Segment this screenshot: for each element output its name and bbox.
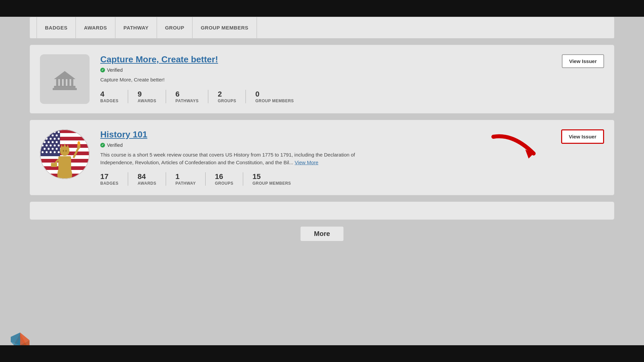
more-section: More xyxy=(30,220,614,248)
issuer-info-history: History 101 Verified This course is a sh… xyxy=(100,129,604,186)
verified-dot-history xyxy=(100,143,105,147)
stat-groups: 2 GROUPS xyxy=(208,90,246,103)
svg-point-39 xyxy=(58,144,60,146)
tab-badges[interactable]: BADGES xyxy=(37,17,76,38)
issuer-logo-history xyxy=(40,129,90,179)
view-more-link[interactable]: View More xyxy=(295,160,319,165)
stat-history-pathway: 1 PATHWAY xyxy=(166,172,206,186)
svg-point-42 xyxy=(52,148,54,150)
verified-dot xyxy=(100,68,105,72)
view-issuer-button-history[interactable]: View Issuer xyxy=(561,129,604,144)
svg-point-34 xyxy=(56,141,58,143)
svg-point-41 xyxy=(48,148,50,150)
svg-rect-50 xyxy=(58,156,71,179)
top-bar xyxy=(0,0,644,17)
stat-history-groups: 16 GROUPS xyxy=(206,172,243,186)
issuer-name-history[interactable]: History 101 xyxy=(100,129,604,140)
svg-rect-5 xyxy=(64,79,66,86)
svg-point-44 xyxy=(42,151,44,153)
svg-marker-2 xyxy=(54,71,75,79)
svg-point-19 xyxy=(50,131,52,133)
issuer-logo-capture xyxy=(40,54,90,104)
svg-point-29 xyxy=(54,138,56,140)
tab-awards[interactable]: AWARDS xyxy=(76,17,115,38)
tab-group-members[interactable]: GROUP MEMBERS xyxy=(193,17,257,38)
svg-point-33 xyxy=(52,141,54,143)
svg-rect-1 xyxy=(53,88,77,90)
svg-point-28 xyxy=(50,138,52,140)
tab-group[interactable]: GROUP xyxy=(157,17,193,38)
svg-point-46 xyxy=(50,151,52,153)
issuer-description-capture: Capture More, Create better! xyxy=(100,76,389,84)
svg-marker-69 xyxy=(11,333,20,345)
stats-row-history: 17 BADGES 84 AWARDS 1 PATHWAY 16 GROUPS … xyxy=(100,172,604,186)
tab-navigation: BADGES AWARDS PATHWAY GROUP GROUP MEMBER… xyxy=(30,17,614,39)
svg-point-37 xyxy=(50,144,52,146)
svg-point-36 xyxy=(46,144,48,146)
svg-point-30 xyxy=(58,138,60,140)
svg-point-43 xyxy=(56,148,58,150)
stats-row-capture: 4 BADGES 9 AWARDS 6 PATHWAYS 2 GROUPS 0 xyxy=(100,90,604,103)
svg-rect-0 xyxy=(54,86,75,88)
history-logo-svg xyxy=(40,129,90,179)
issuer-card-capture: Capture More, Create better! Verified Ca… xyxy=(30,45,614,114)
stat-history-badges: 17 BADGES xyxy=(100,172,128,186)
view-issuer-button-capture[interactable]: View Issuer xyxy=(562,54,604,68)
svg-point-18 xyxy=(46,131,48,133)
issuer-name-capture[interactable]: Capture More, Create better! xyxy=(100,54,604,65)
svg-rect-4 xyxy=(60,79,62,86)
svg-point-58 xyxy=(63,150,64,152)
svg-point-21 xyxy=(58,131,60,133)
issuer-description-history: This course is a short 5 week review cou… xyxy=(100,151,389,166)
svg-rect-10 xyxy=(40,133,90,137)
stat-pathways: 6 PATHWAYS xyxy=(166,90,208,103)
svg-rect-3 xyxy=(56,79,58,86)
svg-point-26 xyxy=(42,138,44,140)
tab-pathway[interactable]: PATHWAY xyxy=(115,17,157,38)
svg-point-59 xyxy=(65,150,67,152)
svg-point-22 xyxy=(44,134,46,136)
bottom-bar xyxy=(0,345,644,362)
svg-point-17 xyxy=(42,131,44,133)
svg-rect-55 xyxy=(51,163,57,167)
stat-history-awards: 84 AWARDS xyxy=(128,172,166,186)
svg-point-45 xyxy=(46,151,48,153)
svg-point-53 xyxy=(77,141,80,146)
issuer-info-capture: Capture More, Create better! Verified Ca… xyxy=(100,54,604,103)
svg-rect-7 xyxy=(71,79,73,86)
svg-point-32 xyxy=(48,141,50,143)
svg-point-25 xyxy=(56,134,58,136)
svg-point-47 xyxy=(54,151,56,153)
stat-badges: 4 BADGES xyxy=(100,90,128,103)
verified-badge-history: Verified xyxy=(100,142,604,148)
svg-point-48 xyxy=(58,151,60,153)
svg-point-38 xyxy=(54,144,56,146)
more-button[interactable]: More xyxy=(301,227,343,241)
stat-history-group-members: 15 GROUP MEMBERS xyxy=(243,172,301,186)
issuer-card-history: History 101 Verified This course is a sh… xyxy=(30,120,614,195)
svg-rect-6 xyxy=(67,79,69,86)
verified-badge-capture: Verified xyxy=(100,67,604,73)
stat-awards: 9 AWARDS xyxy=(128,90,166,103)
svg-point-24 xyxy=(52,134,54,136)
svg-point-40 xyxy=(44,148,46,150)
stat-group-members: 0 GROUP MEMBERS xyxy=(246,90,303,103)
bottom-partial-card xyxy=(30,201,614,220)
institution-icon xyxy=(51,66,78,93)
